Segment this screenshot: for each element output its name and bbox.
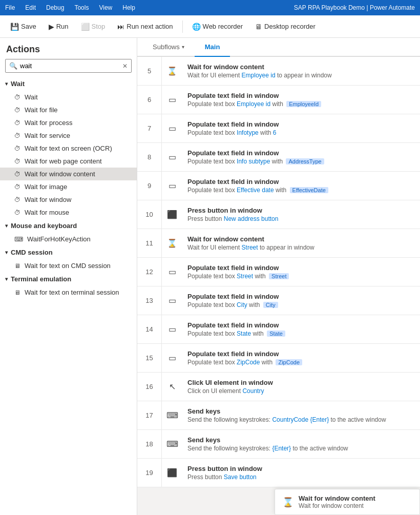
- row-content-16[interactable]: Click UI element in window Click on UI e…: [182, 373, 420, 401]
- row-number-16: 16: [137, 373, 162, 401]
- action-desc-18: Send the following keystrokes: {Enter} t…: [187, 445, 415, 452]
- badge-street: Street: [269, 273, 289, 279]
- row-content-6[interactable]: Populate text field in window Populate t…: [182, 86, 420, 114]
- row-content-10[interactable]: Press button in window Press button New …: [182, 200, 420, 229]
- clear-search-button[interactable]: ✕: [122, 63, 128, 70]
- cmd-icon: 🖥: [14, 262, 20, 270]
- action-desc-8: Populate text box Info subtype with Addr…: [187, 158, 415, 165]
- row-content-5[interactable]: Wait for window content Wait for UI elem…: [182, 57, 420, 85]
- sidebar-item-wait-for-window-content[interactable]: ⏱ Wait for window content: [0, 168, 137, 180]
- sidebar-item-wait-for-web[interactable]: ⏱ Wait for web page content: [0, 155, 137, 168]
- row-icon-11: ⌛: [162, 229, 182, 257]
- menu-edit[interactable]: Edit: [25, 4, 36, 11]
- row-content-14[interactable]: Populate text field in window Populate t…: [182, 315, 420, 343]
- web-recorder-icon: 🌐: [192, 23, 201, 31]
- tooltip-popup: ⌛ Wait for window content Wait for windo…: [275, 489, 420, 515]
- sidebar-item-wait-for-service[interactable]: ⏱ Wait for service: [0, 129, 137, 142]
- section-wait[interactable]: ▾ Wait: [0, 77, 137, 91]
- flow-row-17: 17 ⌨ Send keys Send the following keystr…: [137, 401, 420, 430]
- menu-debug[interactable]: Debug: [46, 4, 64, 11]
- run-button[interactable]: ▶ Run: [44, 20, 74, 33]
- row-content-8[interactable]: Populate text field in window Populate t…: [182, 143, 420, 171]
- flow-row-12: 12 ▭ Populate text field in window Popul…: [137, 258, 420, 286]
- link-employee-id-2: Employee id: [237, 100, 270, 108]
- sidebar-item-wait-for-text-screen[interactable]: ⏱ Wait for text on screen (OCR): [0, 142, 137, 155]
- row-number-5: 5: [137, 57, 162, 85]
- search-input[interactable]: [5, 59, 132, 73]
- menu-help[interactable]: Help: [122, 4, 135, 11]
- sidebar-item-wait-terminal[interactable]: 🖥 Wait for text on terminal session: [0, 286, 137, 299]
- action-title-12: Populate text field in window: [187, 264, 415, 272]
- flow-row-13: 13 ▭ Populate text field in window Popul…: [137, 286, 420, 315]
- wait-mouse-icon: ⏱: [14, 209, 20, 216]
- tab-subflows[interactable]: Subflows ▾: [142, 38, 195, 57]
- menu-file[interactable]: File: [5, 4, 15, 11]
- row-content-18[interactable]: Send keys Send the following keystrokes:…: [182, 430, 420, 458]
- section-cmd[interactable]: ▾ CMD session: [0, 245, 137, 259]
- sidebar-item-wait-for-hotkey[interactable]: ⌨ WaitForHotKeyAction: [0, 233, 137, 245]
- row-number-9: 9: [137, 172, 162, 200]
- flow-row-11: 11 ⌛ Wait for window content Wait for UI…: [137, 229, 420, 258]
- action-desc-10: Press button New address button: [187, 215, 415, 222]
- sidebar-item-wait-for-process[interactable]: ⏱ Wait for process: [0, 116, 137, 129]
- link-employee-id: Employee id: [242, 72, 276, 79]
- section-mouse-keyboard[interactable]: ▾ Mouse and keyboard: [0, 219, 137, 233]
- link-city-box: City: [237, 301, 247, 308]
- action-title-10: Press button in window: [187, 207, 415, 214]
- desktop-recorder-button[interactable]: 🖥 Desktop recorder: [250, 20, 321, 33]
- wait-service-icon: ⏱: [14, 132, 20, 139]
- action-desc-15: Populate text box ZipCode with ZipCode: [187, 359, 415, 366]
- row-number-12: 12: [137, 258, 162, 286]
- row-number-10: 10: [137, 200, 162, 229]
- row-icon-7: ▭: [162, 114, 182, 142]
- chevron-down-icon-2: ▾: [5, 223, 8, 229]
- section-wait-label: Wait: [11, 80, 25, 88]
- row-content-17[interactable]: Send keys Send the following keystrokes:…: [182, 401, 420, 429]
- action-title-11: Wait for window content: [187, 235, 415, 243]
- row-content-11[interactable]: Wait for window content Wait for UI elem…: [182, 229, 420, 257]
- wait-text-screen-icon: ⏱: [14, 145, 20, 152]
- tab-main[interactable]: Main: [195, 38, 230, 57]
- action-title-19: Press button in window: [187, 465, 415, 472]
- run-icon: ▶: [49, 23, 54, 31]
- save-icon: 💾: [10, 23, 19, 31]
- sidebar-item-wait-for-window[interactable]: ⏱ Wait for window: [0, 193, 137, 206]
- sidebar-item-wait-for-image[interactable]: ⏱ Wait for image: [0, 180, 137, 193]
- menu-bar[interactable]: File Edit Debug Tools View Help: [5, 4, 135, 11]
- sidebar-item-wait-for-file[interactable]: ⏱ Wait for file: [0, 104, 137, 116]
- web-recorder-button[interactable]: 🌐 Web recorder: [187, 20, 248, 33]
- link-info-subtype: Info subtype: [237, 158, 270, 165]
- save-button[interactable]: 💾 Save: [5, 20, 41, 33]
- row-number-7: 7: [137, 114, 162, 142]
- stop-button[interactable]: ⬜ Stop: [76, 20, 111, 33]
- row-content-7[interactable]: Populate text field in window Populate t…: [182, 114, 420, 142]
- row-content-19[interactable]: Press button in window Press button Save…: [182, 459, 420, 487]
- menu-view[interactable]: View: [99, 4, 112, 11]
- row-icon-19: ⬛: [162, 459, 182, 487]
- action-desc-5: Wait for UI element Employee id to appea…: [187, 72, 415, 79]
- section-terminal[interactable]: ▾ Terminal emulation: [0, 272, 137, 286]
- run-next-button[interactable]: ⏭ Run next action: [112, 20, 178, 33]
- action-title-17: Send keys: [187, 407, 415, 415]
- sidebar-item-wait-cmd[interactable]: 🖥 Wait for text on CMD session: [0, 259, 137, 272]
- row-content-9[interactable]: Populate text field in window Populate t…: [182, 172, 420, 200]
- main-layout: Actions 🔍 ✕ ▾ Wait ⏱ Wait ⏱ Wait for fil…: [0, 38, 420, 515]
- row-number-14: 14: [137, 315, 162, 343]
- row-content-13[interactable]: Populate text field in window Populate t…: [182, 286, 420, 315]
- badge-employee-id: EmployeeId: [286, 101, 321, 107]
- menu-tools[interactable]: Tools: [74, 4, 89, 11]
- wait-file-icon: ⏱: [14, 107, 20, 114]
- flow-row-16: 16 ↖ Click UI element in window Click on…: [137, 373, 420, 401]
- row-content-15[interactable]: Populate text field in window Populate t…: [182, 344, 420, 372]
- row-content-12[interactable]: Populate text field in window Populate t…: [182, 258, 420, 286]
- sidebar-item-wait[interactable]: ⏱ Wait: [0, 91, 137, 104]
- row-icon-16: ↖: [162, 373, 182, 401]
- run-next-icon: ⏭: [117, 23, 124, 31]
- sidebar-item-wait-for-mouse[interactable]: ⏱ Wait for mouse: [0, 206, 137, 219]
- row-icon-18: ⌨: [162, 430, 182, 458]
- separator: [182, 20, 183, 33]
- section-terminal-label: Terminal emulation: [11, 275, 71, 283]
- link-effective-date: Effective date: [237, 187, 274, 194]
- action-title-7: Populate text field in window: [187, 120, 415, 128]
- action-desc-6: Populate text box Employee id with Emplo…: [187, 100, 415, 108]
